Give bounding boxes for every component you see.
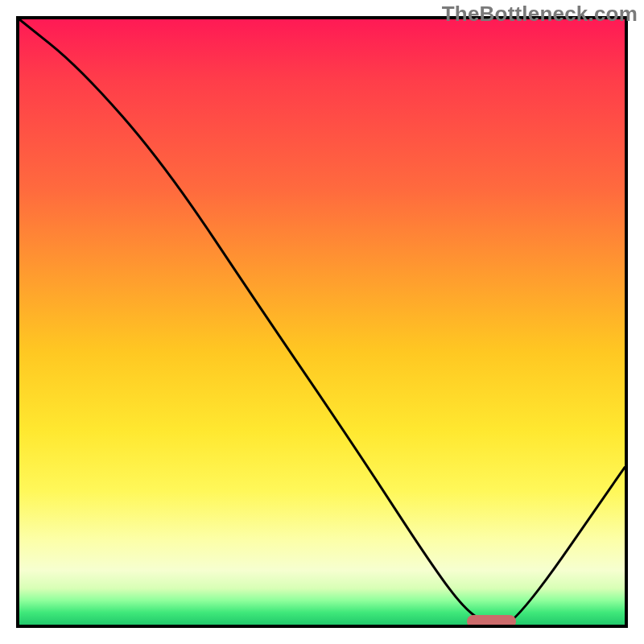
bottleneck-curve-path [19,19,625,625]
chart-container: TheBottleneck.com [0,0,644,644]
line-series [19,19,625,625]
optimal-marker [467,615,515,628]
plot-area [16,16,628,628]
watermark-text: TheBottleneck.com [442,2,638,27]
